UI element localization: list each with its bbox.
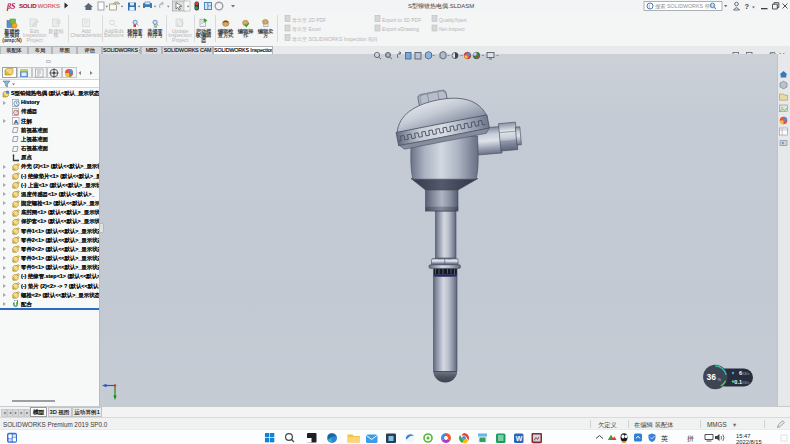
svg-text:KB/s: KB/s <box>742 372 749 376</box>
svg-text:βS: βS <box>6 2 16 11</box>
svg-text:SOLID: SOLID <box>19 2 37 9</box>
svg-text:W: W <box>516 435 523 442</box>
svg-text:2022/8/15: 2022/8/15 <box>736 439 762 444</box>
svg-text:?: ? <box>745 2 750 11</box>
svg-text:英: 英 <box>661 435 668 443</box>
svg-text:36: 36 <box>707 372 717 382</box>
svg-text:0.1: 0.1 <box>734 379 742 385</box>
svg-text:WORKS: WORKS <box>38 2 60 9</box>
svg-text:%: % <box>718 377 722 382</box>
svg-text:拼: 拼 <box>687 435 694 442</box>
svg-text:A: A <box>13 119 18 125</box>
svg-text:KB/s: KB/s <box>742 381 749 385</box>
svg-text:i: i <box>649 3 650 9</box>
